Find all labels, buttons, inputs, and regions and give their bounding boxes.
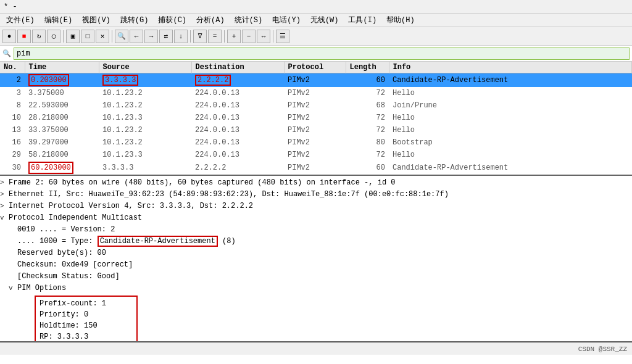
cell-source: 3.3.3.3 xyxy=(99,161,191,175)
menu-item[interactable]: 统计(S) xyxy=(231,14,267,26)
toolbar-btn-6[interactable]: □ xyxy=(81,30,94,43)
col-length: Length xyxy=(346,62,389,73)
cell-length: 68 xyxy=(346,99,389,112)
detail-text: PIM Options xyxy=(17,283,630,294)
detail-line: vProtocol Independent Multicast xyxy=(0,212,632,224)
expand-icon[interactable]: > xyxy=(0,201,9,212)
col-no: No. xyxy=(0,62,25,73)
pim-options-box: Prefix-count: 1Priority: 0Holdtime: 150R… xyxy=(35,296,138,342)
detail-text: Internet Protocol Version 4, Src: 3.3.3.… xyxy=(9,201,630,212)
table-row[interactable]: 3060.2030003.3.3.32.2.2.2PIMv260Candidat… xyxy=(0,161,632,175)
cell-source: 10.1.23.3 xyxy=(99,112,191,124)
cell-source: 10.1.23.2 xyxy=(99,99,191,112)
menu-item[interactable]: 帮助(H) xyxy=(383,14,418,26)
cell-destination: 224.0.0.13 xyxy=(191,124,284,136)
cell-protocol: PIMv2 xyxy=(284,124,346,136)
cell-no: 3 xyxy=(0,87,25,99)
toolbar-sep-5 xyxy=(273,30,273,43)
cell-time: 60.203000 xyxy=(25,161,99,175)
pim-option-line: Prefix-count: 1 xyxy=(40,298,133,309)
table-row[interactable]: 2958.21800010.1.23.3224.0.0.13PIMv272Hel… xyxy=(0,149,632,161)
toolbar-btn-jump[interactable]: ⇄ xyxy=(159,30,173,43)
cell-time: 3.375000 xyxy=(25,87,99,99)
menu-item[interactable]: 工具(I) xyxy=(344,14,380,26)
col-protocol: Protocol xyxy=(284,62,346,73)
table-row[interactable]: 20.2030003.3.3.32.2.2.2PIMv260Candidate-… xyxy=(0,73,632,88)
toolbar-btn-1[interactable]: ● xyxy=(2,30,16,43)
menu-item[interactable]: 视图(V) xyxy=(78,14,114,26)
cell-source: 10.1.23.3 xyxy=(99,149,191,161)
menu-item[interactable]: 电话(Y) xyxy=(268,14,304,26)
filter-label: 🔍 xyxy=(2,49,11,57)
expand-icon[interactable]: > xyxy=(0,178,9,188)
toolbar-btn-zoom-in[interactable]: + xyxy=(227,30,241,43)
toolbar-btn-search[interactable]: 🔍 xyxy=(115,30,128,43)
menu-item[interactable]: 文件(E) xyxy=(2,14,38,26)
toolbar-btn-4[interactable]: ◯ xyxy=(47,30,60,43)
cell-source: 10.1.23.2 xyxy=(99,124,191,136)
toolbar-btn-7[interactable]: ✕ xyxy=(96,30,109,43)
cell-source: 3.3.3.3 xyxy=(99,73,191,88)
packet-list[interactable]: No. Time Source Destination Protocol Len… xyxy=(0,62,632,176)
pim-option-line: Priority: 0 xyxy=(40,309,133,320)
table-row[interactable]: 1333.37500010.1.23.2224.0.0.13PIMv272Hel… xyxy=(0,124,632,136)
expand-icon[interactable]: > xyxy=(0,189,9,200)
cell-no: 8 xyxy=(0,99,25,112)
cell-destination: 224.0.0.13 xyxy=(191,87,284,99)
detail-text: [Checksum Status: Good] xyxy=(17,271,630,282)
toolbar-sep-2 xyxy=(112,30,112,43)
cell-protocol: PIMv2 xyxy=(284,99,346,112)
packet-tbody: 20.2030003.3.3.32.2.2.2PIMv260Candidate-… xyxy=(0,73,632,175)
cell-time: 33.375000 xyxy=(25,124,99,136)
detail-line: .... 1000 = Type: Candidate-RP-Advertise… xyxy=(0,236,632,247)
cell-info: Hello xyxy=(389,124,632,136)
cell-length: 72 xyxy=(346,112,389,124)
toolbar: ● ■ ↻ ◯ ▣ □ ✕ 🔍 ← → ⇄ ↓ ∇ = + − ↔ ☰ xyxy=(0,27,632,46)
detail-pane: >Frame 2: 60 bytes on wire (480 bits), 6… xyxy=(0,176,632,342)
detail-text: Protocol Independent Multicast xyxy=(9,213,630,223)
table-row[interactable]: 1639.29700010.1.23.2224.0.0.13PIMv280Boo… xyxy=(0,136,632,149)
toolbar-btn-zoom-fit[interactable]: ↔ xyxy=(257,30,270,43)
menu-item[interactable]: 分析(A) xyxy=(193,14,228,26)
cell-info: Candidate-RP-Advertisement xyxy=(389,161,632,175)
cell-info: Hello xyxy=(389,87,632,99)
table-row[interactable]: 33.37500010.1.23.2224.0.0.13PIMv272Hello xyxy=(0,87,632,99)
cell-time: 0.203000 xyxy=(25,73,99,88)
toolbar-btn-prefs[interactable]: ☰ xyxy=(276,30,289,43)
toolbar-btn-back[interactable]: ← xyxy=(130,30,143,43)
toolbar-sep-3 xyxy=(190,30,191,43)
table-row[interactable]: 822.59300010.1.23.2224.0.0.13PIMv268Join… xyxy=(0,99,632,112)
cell-time: 58.218000 xyxy=(25,149,99,161)
detail-text: Frame 2: 60 bytes on wire (480 bits), 60… xyxy=(9,178,630,188)
table-row[interactable]: 1028.21800010.1.23.3224.0.0.13PIMv272Hel… xyxy=(0,112,632,124)
toolbar-btn-down[interactable]: ↓ xyxy=(174,30,188,43)
toolbar-btn-2[interactable]: ■ xyxy=(17,30,31,43)
cell-source: 10.1.23.2 xyxy=(99,136,191,149)
toolbar-btn-b[interactable]: = xyxy=(208,30,222,43)
menu-item[interactable]: 无线(W) xyxy=(307,14,343,26)
toolbar-btn-a[interactable]: ∇ xyxy=(193,30,207,43)
cell-protocol: PIMv2 xyxy=(284,87,346,99)
toolbar-sep-4 xyxy=(224,30,225,43)
cell-no: 16 xyxy=(0,136,25,149)
toolbar-btn-fwd[interactable]: → xyxy=(144,30,158,43)
menu-item[interactable]: 编辑(E) xyxy=(41,14,77,26)
expand-icon[interactable]: v xyxy=(0,213,9,223)
toolbar-btn-3[interactable]: ↻ xyxy=(32,30,46,43)
menu-item[interactable]: 跳转(G) xyxy=(117,14,152,26)
cell-no: 30 xyxy=(0,161,25,175)
toolbar-btn-5[interactable]: ▣ xyxy=(66,30,80,43)
detail-line: [Checksum Status: Good] xyxy=(0,271,632,283)
menu-item[interactable]: 捕获(C) xyxy=(154,14,190,26)
col-time: Time xyxy=(25,62,99,73)
toolbar-btn-zoom-out[interactable]: − xyxy=(242,30,256,43)
detail-text: Reserved byte(s): 00 xyxy=(17,248,630,259)
cell-time: 39.297000 xyxy=(25,136,99,149)
cell-length: 72 xyxy=(346,124,389,136)
filter-input[interactable] xyxy=(14,48,630,60)
detail-line: Reserved byte(s): 00 xyxy=(0,247,632,259)
expand-icon[interactable]: v xyxy=(9,283,17,294)
title-bar: * - xyxy=(0,0,632,14)
detail-line: >Ethernet II, Src: HuaweiTe_93:62:23 (54… xyxy=(0,189,632,201)
cell-source: 10.1.23.2 xyxy=(99,87,191,99)
